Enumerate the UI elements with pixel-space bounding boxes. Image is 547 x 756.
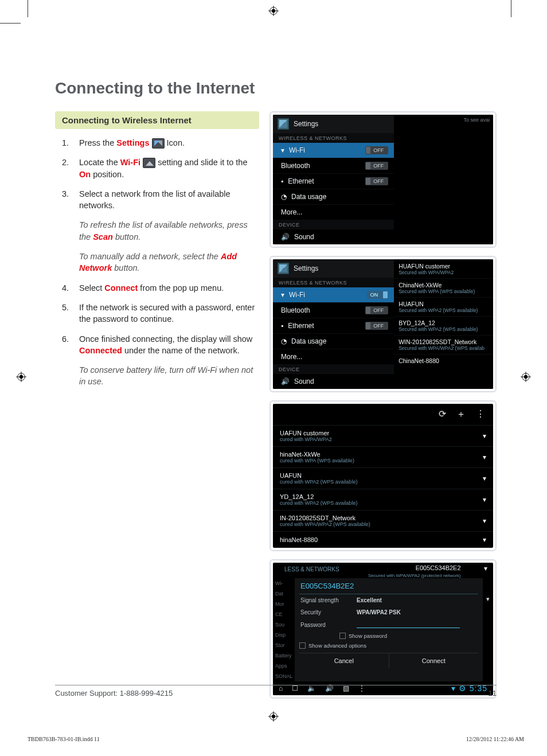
signal-strength-value: Excellent	[357, 597, 382, 603]
settings-icon	[152, 138, 165, 149]
wifi-signal-icon: ▾	[483, 453, 486, 461]
wifi-list-item[interactable]: UAFUN customercured with WPA/WPA2▾	[273, 425, 493, 446]
add-icon[interactable]: ＋	[456, 408, 466, 420]
network-item[interactable]: HUAFUNSecured with WPA2 (WPS available)	[394, 297, 493, 316]
connect-keyword: Connect	[104, 283, 138, 293]
row-data-usage[interactable]: ◔Data usage	[273, 189, 394, 204]
registration-mark-icon	[268, 711, 279, 722]
row-ethernet[interactable]: ▪EthernetOFF	[273, 318, 394, 333]
connected-keyword: Connected	[79, 346, 122, 355]
sidebar-fragment: Mor	[273, 599, 295, 609]
wifi-icon	[143, 158, 155, 168]
step-1: Press the Settings Icon.	[55, 137, 259, 149]
sound-icon: 🔊	[281, 377, 290, 385]
bluetooth-toggle[interactable]: OFF	[365, 162, 388, 170]
sidebar-fragment: Battery	[273, 650, 295, 661]
step-4: Select Connect from the pop up menu.	[55, 282, 259, 294]
sidebar-fragment: Disp	[273, 630, 295, 640]
registration-mark-icon	[16, 372, 26, 382]
network-item[interactable]: BYD_12A_12Secured with WPA2 (WPS availab…	[394, 316, 493, 335]
data-usage-icon: ◔	[281, 337, 287, 345]
svg-point-5	[19, 375, 23, 379]
app-title: Settings	[294, 120, 318, 128]
row-sound[interactable]: 🔊Sound	[273, 229, 394, 244]
note-battery: To conserve battery life, turn off Wi-Fi…	[55, 364, 259, 388]
row-sound[interactable]: 🔊Sound	[273, 373, 394, 389]
network-sub: Secured with WPA/WPA2 (protected network…	[368, 573, 461, 578]
svg-point-1	[272, 9, 275, 13]
step-5: If the network is secured with a passwor…	[55, 302, 259, 325]
sidebar-fragment: Sou	[273, 619, 295, 630]
section-wireless: WIRELESS & NETWORKS	[273, 133, 394, 142]
wifi-list-item[interactable]: hinaNet-XkWecured with WPA (WPS availabl…	[273, 446, 493, 467]
network-name: E005C534B2E2	[368, 564, 461, 571]
registration-mark-icon	[268, 6, 279, 16]
svg-point-9	[524, 375, 528, 379]
svg-point-4	[18, 373, 25, 381]
page-title: Connecting to the Internet	[55, 79, 497, 98]
section-wireless-trunc: LESS & NETWORKS	[279, 564, 345, 578]
screenshot-wifi-list: ⟳ ＋ ⋮ UAFUN customercured with WPA/WPA2▾…	[269, 400, 497, 551]
on-keyword: On	[79, 170, 91, 179]
step-6: Once finished connecting, the display wi…	[55, 333, 259, 357]
show-password-checkbox[interactable]: Show password	[339, 631, 478, 641]
section-device: DEVICE	[273, 220, 394, 229]
step-2: Locate the Wi-Fi setting and slide it to…	[55, 157, 259, 180]
overflow-icon[interactable]: ⋮	[476, 408, 485, 420]
wifi-list-item[interactable]: IN-20120825SDT_Networkcured with WPA/WPA…	[273, 510, 493, 531]
section-ribbon: Connecting to Wireless Internet	[55, 111, 259, 129]
wifi-keyword: Wi-Fi	[120, 158, 140, 167]
connect-button[interactable]: Connect	[389, 653, 479, 668]
wifi-signal-icon: ▾	[483, 578, 493, 681]
registration-mark-icon	[521, 372, 531, 382]
ethernet-toggle[interactable]: OFF	[365, 177, 388, 185]
wifi-signal-icon: ▾	[483, 432, 486, 440]
refresh-icon[interactable]: ⟳	[439, 408, 446, 420]
wifi-list-item[interactable]: hinaNet-8880▾	[273, 531, 493, 548]
row-bluetooth[interactable]: BluetoothOFF	[273, 302, 394, 318]
screenshot-password-dialog: LESS & NETWORKS E005C534B2E2 Secured wit…	[269, 559, 497, 699]
row-wifi[interactable]: ▾Wi-FiOFF	[273, 142, 394, 158]
sidebar-fragment: CE	[273, 609, 295, 619]
svg-point-12	[270, 713, 278, 720]
app-title: Settings	[294, 264, 318, 272]
svg-point-13	[272, 715, 275, 718]
row-data-usage[interactable]: ◔Data usage	[273, 333, 394, 349]
data-usage-icon: ◔	[281, 193, 287, 201]
row-more[interactable]: More...	[273, 349, 394, 364]
sidebar-fragment: Stor	[273, 640, 295, 650]
network-item[interactable]: HUAFUN customerSecured with WPA/WPA2	[394, 259, 493, 278]
network-item[interactable]: ChinaNet-8880	[394, 354, 493, 367]
wifi-signal-icon: ▾	[483, 517, 486, 525]
svg-point-8	[522, 373, 530, 381]
wifi-list-item[interactable]: YD_12A_12cured with WPA2 (WPS available)…	[273, 489, 493, 510]
password-input[interactable]	[357, 621, 460, 628]
ethernet-icon: ▪	[281, 322, 283, 330]
wifi-signal-icon: ▾	[484, 564, 487, 578]
row-bluetooth[interactable]: BluetoothOFF	[273, 158, 394, 173]
sound-icon: 🔊	[281, 233, 290, 241]
wifi-signal-icon: ▾	[483, 474, 486, 482]
cancel-button[interactable]: Cancel	[299, 653, 389, 668]
network-item[interactable]: WIN-20120825SDT_NetworkSecured with WPA/…	[394, 335, 493, 354]
wifi-signal-icon: ▾	[483, 496, 486, 504]
screenshot-settings-on: Settings WIRELESS & NETWORKS ▾Wi-FiON Bl…	[269, 256, 497, 392]
sidebar-fragment: Wi-	[273, 578, 295, 589]
wifi-toggle[interactable]: ON	[367, 291, 389, 299]
settings-app-icon	[278, 263, 289, 274]
row-more[interactable]: More...	[273, 204, 394, 220]
slug-file: TBDB763B-783-01-IB.indd 11	[28, 736, 100, 742]
slug-timestamp: 12/28/2012 11:22:46 AM	[466, 736, 524, 742]
dialog-title: E005C534B2E2	[299, 578, 478, 594]
ethernet-icon: ▪	[281, 177, 283, 185]
row-wifi[interactable]: ▾Wi-FiON	[273, 287, 394, 302]
wifi-list-item[interactable]: UAFUNcured with WPA2 (WPS available)▾	[273, 467, 493, 489]
settings-app-icon	[278, 118, 289, 130]
wifi-toggle[interactable]: OFF	[365, 146, 388, 154]
scan-keyword: Scan	[93, 232, 113, 241]
show-advanced-checkbox[interactable]: Show advanced options	[299, 641, 478, 650]
sidebar-fragment: Apps	[273, 661, 295, 671]
network-item[interactable]: ChinaNet-XkWeSecured with WPA (WPS avail…	[394, 278, 493, 297]
screenshot-settings-off: Settings WIRELESS & NETWORKS ▾Wi-FiOFF B…	[269, 111, 497, 248]
row-ethernet[interactable]: ▪EthernetOFF	[273, 173, 394, 189]
